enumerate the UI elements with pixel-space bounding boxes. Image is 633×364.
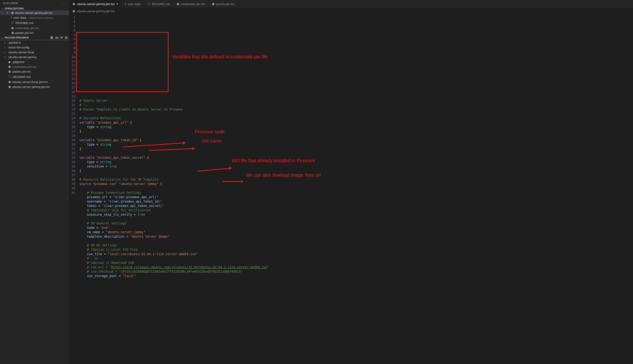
open-editor-item[interactable]: ⬢credentials.pkr.hcl xyxy=(0,26,69,30)
code-line[interactable]: # VM OS Settings xyxy=(79,243,269,248)
file-item[interactable]: ⬢credentials.pkr.hcl xyxy=(0,64,69,69)
open-editor-item[interactable]: ×⬢ubuntu-server-jammy.pkr.hcl xyxy=(0,10,69,15)
folder-item[interactable]: ›ubuntu-server-jammy xyxy=(0,55,69,60)
file-name: ubuntu-server-jammy.pkr.hcl xyxy=(15,11,53,14)
code-editor[interactable]: 1234567891011121314151617181920212223242… xyxy=(69,14,633,364)
open-editor-item[interactable]: !user-dataubuntu-server-jammy xyxy=(0,15,69,20)
file-item[interactable]: ⓘREADME.md xyxy=(0,74,69,80)
file-name: packer.pkr.hcl xyxy=(12,70,31,73)
code-line[interactable]: sensitive = true xyxy=(79,164,269,168)
code-line[interactable]: # iso_url = "https://old-releases.ubuntu… xyxy=(79,265,269,270)
file-type-icon: ⬢ xyxy=(8,85,11,88)
breadcrumb[interactable]: ⬢ ubuntu-server-jammy.pkr.hcl xyxy=(69,8,633,14)
file-item[interactable]: ⬢ubuntu-server-focal.pkr.hcl xyxy=(0,80,69,84)
file-type-icon: ⬢ xyxy=(11,11,14,14)
code-line[interactable] xyxy=(79,173,269,178)
folder-item[interactable]: ›cloud-init-config xyxy=(0,45,69,50)
code-line[interactable]: iso_file = "local:iso/ubuntu-22.04.1-liv… xyxy=(79,252,269,256)
file-name: packer.pkr.hcl xyxy=(15,31,34,34)
file-type-icon: ⬢ xyxy=(212,2,214,6)
code-line[interactable]: # - or - xyxy=(79,256,269,261)
open-editor-item[interactable]: ⬢packer.pkr.hcl xyxy=(0,30,69,35)
close-icon[interactable]: × xyxy=(116,2,118,6)
tab-label: README.md xyxy=(152,2,170,6)
close-icon[interactable]: × xyxy=(7,11,10,14)
annotation-text-variables: Variables that We defined in credentials… xyxy=(172,55,267,59)
code-line[interactable]: # Ubuntu Server xyxy=(79,98,269,103)
new-folder-icon[interactable]: 🗀 xyxy=(55,36,58,40)
file-item[interactable]: ⬢packer.pkr.hcl xyxy=(0,69,69,74)
editor-tab[interactable]: ⬢packer.pkr.hcl xyxy=(208,0,238,8)
code-line[interactable]: # (Option 1) Local ISO File xyxy=(79,248,269,252)
code-line[interactable]: iso_storage_pool = "local" xyxy=(79,274,269,278)
explorer-sidebar: EXPLORER ··· ⌄ OPEN EDITORS ×⬢ubuntu-ser… xyxy=(0,0,69,364)
file-name: README.md xyxy=(16,21,33,25)
editor-tab[interactable]: ⬢ubuntu-server-jammy.pkr.hcl× xyxy=(69,0,122,8)
editor-tabs: ⬢ubuntu-server-jammy.pkr.hcl×!user-dataⓘ… xyxy=(69,0,633,8)
file-item[interactable]: ⬢ubuntu-server-jammy.pkr.hcl xyxy=(0,84,69,89)
code-line[interactable]: # Proxmox Connection Settings xyxy=(79,190,269,195)
code-line[interactable]: # iso_checksum = "10f19c5b2b8d6db711582e… xyxy=(79,270,269,274)
code-line[interactable] xyxy=(79,239,269,243)
code-line[interactable] xyxy=(79,217,269,221)
code-line[interactable]: # Resource Definiation for the VM Templa… xyxy=(79,178,269,182)
code-line[interactable]: variable "proxmox_api_url" { xyxy=(79,120,269,125)
code-line[interactable]: type = string xyxy=(79,160,269,164)
chevron-right-icon: › xyxy=(4,50,7,54)
file-item[interactable]: ◆.gitignore xyxy=(0,60,69,64)
file-type-icon: ! xyxy=(125,2,126,6)
explorer-more-icon[interactable]: ··· xyxy=(62,2,66,4)
file-name: user-data xyxy=(14,16,26,20)
code-line[interactable]: username = "${var.proxmox_api_token_id}" xyxy=(79,199,269,204)
refresh-icon[interactable]: ⟳ xyxy=(60,36,63,40)
code-line[interactable]: source "proxmox-iso" "ubuntu-server-jamm… xyxy=(79,182,269,186)
chevron-down-icon: ⌄ xyxy=(2,7,5,10)
file-type-icon: ⬢ xyxy=(8,65,11,68)
file-name: README.md xyxy=(13,75,31,79)
code-line[interactable]: template_description = "Ubuntu Server Im… xyxy=(79,234,269,239)
code-line[interactable]: vm_name = "ubuntu-server-jammy" xyxy=(79,230,269,234)
code-line[interactable]: token = "${var.proxmox_api_token_secret}… xyxy=(79,204,269,208)
code-line[interactable] xyxy=(79,112,269,116)
editor-tab[interactable]: ⓘREADME.md xyxy=(144,0,173,8)
workspace-header[interactable]: ⌄ PACKER-PROXMOX 🗎 🗀 ⟳ ⊟ xyxy=(0,35,69,40)
chevron-right-icon: › xyxy=(4,41,7,44)
file-type-icon: ⬢ xyxy=(11,26,14,30)
code-line[interactable]: # --- xyxy=(79,103,269,107)
code-line[interactable] xyxy=(79,151,269,156)
workspace-toolbar: 🗎 🗀 ⟳ ⊟ xyxy=(50,36,68,40)
folder-item[interactable]: ›.packer.d xyxy=(0,40,69,45)
code-content[interactable]: Variables that We defined in credentials… xyxy=(79,14,269,364)
code-line[interactable]: type = string xyxy=(79,125,269,129)
code-line[interactable]: variable "proxmox_api_token_secret" { xyxy=(79,156,269,160)
code-line[interactable]: node = "pve" xyxy=(79,226,269,230)
code-line[interactable]: } xyxy=(79,147,269,151)
code-line[interactable] xyxy=(79,134,269,138)
editor-tab[interactable]: ⬢credentials.pkr.hcl xyxy=(173,0,208,8)
file-type-icon: ! xyxy=(11,16,12,20)
code-line[interactable]: proxmox_url = "${var.proxmox_api_url}" xyxy=(79,195,269,199)
folder-item[interactable]: ›ubuntu-server-focal xyxy=(0,50,69,55)
code-line[interactable]: } xyxy=(79,129,269,134)
collapse-icon[interactable]: ⊟ xyxy=(65,36,68,40)
code-line[interactable]: # (Option 2) Download ISO xyxy=(79,261,269,265)
code-line[interactable]: # Variable Definitions xyxy=(79,116,269,120)
code-line[interactable]: variable "proxmox_api_token_id" { xyxy=(79,138,269,142)
code-line[interactable]: # VM General Settings xyxy=(79,221,269,226)
new-file-icon[interactable]: 🗎 xyxy=(50,36,53,40)
code-line[interactable]: # (Optional) Skip TLS Verification xyxy=(79,208,269,212)
workspace-label: PACKER-PROXMOX xyxy=(5,36,50,39)
explorer-header: EXPLORER ··· xyxy=(0,0,69,6)
code-line[interactable]: type = string xyxy=(79,142,269,147)
open-editors-header[interactable]: ⌄ OPEN EDITORS xyxy=(0,6,69,10)
code-line[interactable]: insecure_skip_tls_verify = true xyxy=(79,212,269,217)
breadcrumb-label: ubuntu-server-jammy.pkr.hcl xyxy=(77,10,115,13)
editor-tab[interactable]: !user-data xyxy=(122,0,144,8)
open-editor-item[interactable]: ⓘREADME.md xyxy=(0,20,69,26)
file-path-hint: ubuntu-server-jammy xyxy=(29,16,53,19)
code-line[interactable]: # Packer Template to create an Ubuntu Se… xyxy=(79,107,269,112)
file-name: credentials.pkr.hcl xyxy=(12,65,36,68)
code-line[interactable]: } xyxy=(79,168,269,173)
code-line[interactable] xyxy=(79,186,269,190)
folder-name: cloud-init-config xyxy=(8,46,29,49)
